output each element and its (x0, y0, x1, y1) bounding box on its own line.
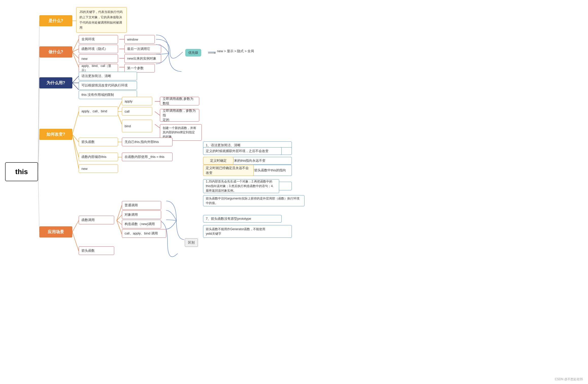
weishenyong-item-0: 语法更加简洁、清晰 (79, 72, 137, 80)
zuoshenme-item-0: 全局环境 (79, 35, 118, 44)
category-weishenyong: 为什么用? (39, 77, 72, 88)
ruhe-call: call (122, 107, 152, 116)
zuoshenme-item-3: apply、bind、call（显示） (79, 64, 118, 72)
root-node: this (5, 162, 38, 181)
svg-line-31 (72, 232, 79, 251)
qubie-box: 区别 (185, 238, 198, 247)
svg-line-20 (72, 134, 79, 157)
priority-box: 优先级 (185, 49, 201, 57)
svg-line-21 (72, 134, 79, 169)
qubie-8: 箭头函数不能用作Generator函数，不能使用 yeild关键字 (203, 225, 292, 238)
svg-line-32 (117, 205, 122, 221)
svg-line-7 (72, 49, 79, 52)
svg-line-30 (72, 221, 79, 232)
svg-line-2 (38, 83, 39, 172)
ruhe-group-new: new (79, 164, 118, 173)
ruhe-apply: apply (122, 97, 152, 105)
funccall-callbind: call、apply、bind 调用 (122, 229, 166, 238)
svg-line-1 (38, 52, 39, 172)
weishenyong-item-1: 可以根据情况改变代码执行环境 (79, 81, 137, 90)
call-desc: 立即调用函数，参数为指 定的 (160, 109, 199, 122)
funccall-normal: 普通调用 (122, 201, 161, 210)
priority-arrow (208, 52, 217, 53)
category-yingyong: 应用场景 (39, 226, 72, 237)
ruhe-group-acb: apply、call、bind (79, 106, 118, 116)
bracket-svg (156, 33, 185, 74)
shishi-desc: JS的关键字，代表当前执行代码 的上下文对象，它的具体值取决 于代码在何处被调用… (76, 7, 127, 33)
zuoshenme-sub-1: 最后一次调用它 (124, 45, 161, 53)
svg-line-33 (117, 215, 122, 221)
zuoshenme-sub-2: new出来的实例对象 (124, 54, 161, 63)
svg-line-19 (72, 134, 79, 142)
svg-line-18 (72, 112, 79, 134)
svg-line-0 (38, 21, 39, 172)
watermark: CSDN @不想起名55 (555, 377, 583, 381)
svg-line-27 (155, 124, 160, 128)
svg-line-34 (117, 221, 122, 225)
priority-rule: new > 显示 > 隐式 > 全局 (217, 49, 254, 53)
mind-map-canvas: { "root": { "label": "this" }, "categori… (0, 0, 588, 384)
funccall-object: 对象调用 (122, 210, 161, 219)
svg-line-3 (38, 134, 39, 172)
root-label: this (15, 167, 28, 177)
qubie-5: 5、箭头函数不能作为构造函数使用 定义时确定，并且不改变 new 1.JS内部首… (203, 184, 211, 189)
svg-line-6 (72, 39, 79, 52)
cat-weishenyong-label: 为什么用? (46, 80, 65, 86)
cat-yingyong-label: 应用场景 (48, 229, 64, 235)
qubie-7: 7、箭头函数没有原型prototype (203, 215, 282, 223)
svg-line-26 (155, 112, 160, 115)
funccall-constructor: 构造函数（new)调用 (122, 220, 161, 228)
cat-shishi-label: 是什么? (48, 18, 63, 24)
svg-line-8 (72, 52, 79, 58)
svg-line-4 (38, 172, 39, 232)
ruhe-bind: bind (122, 120, 152, 132)
yingyong-arrow: 箭头函数 (79, 246, 114, 255)
ruhe-group-save: 函数内部储存this (79, 153, 118, 161)
yingyong-funccall: 函数调用 (79, 216, 114, 224)
shishi-desc-text: JS的关键字，代表当前执行代码 的上下文对象，它的具体值取决 于代码在何处被调用… (79, 10, 123, 29)
arrow-no-this: 无自己this,指向外部this (122, 138, 173, 146)
apply-desc: 立即调用函数,参数为数组 (160, 97, 199, 105)
inner-save-this: 在函数内部使用 _this = this (122, 153, 173, 161)
svg-line-17 (72, 83, 79, 90)
cat-zuoshenme-label: 做什么? (48, 49, 63, 55)
category-zuoshenme: 做什么? (39, 46, 72, 58)
svg-line-9 (72, 52, 79, 67)
svg-line-35 (117, 221, 122, 234)
svg-line-15 (72, 76, 79, 83)
cat-ruhebiangai-label: 如何改变? (46, 132, 65, 137)
zuoshenme-item-2: new (79, 54, 118, 63)
zuoshenme-item-1: 函数环境（隐式） (79, 45, 118, 53)
svg-marker-37 (214, 52, 216, 53)
ruhe-group-arrow: 箭头函数 (79, 138, 118, 146)
funccall-bracket (166, 199, 187, 242)
zuoshenme-sub-3: 第一个参数 (124, 64, 155, 72)
category-shishi: 是什么? (39, 15, 72, 26)
category-ruhebiangai: 如何改变? (39, 129, 72, 140)
zuoshenme-sub-0: window (124, 35, 155, 44)
